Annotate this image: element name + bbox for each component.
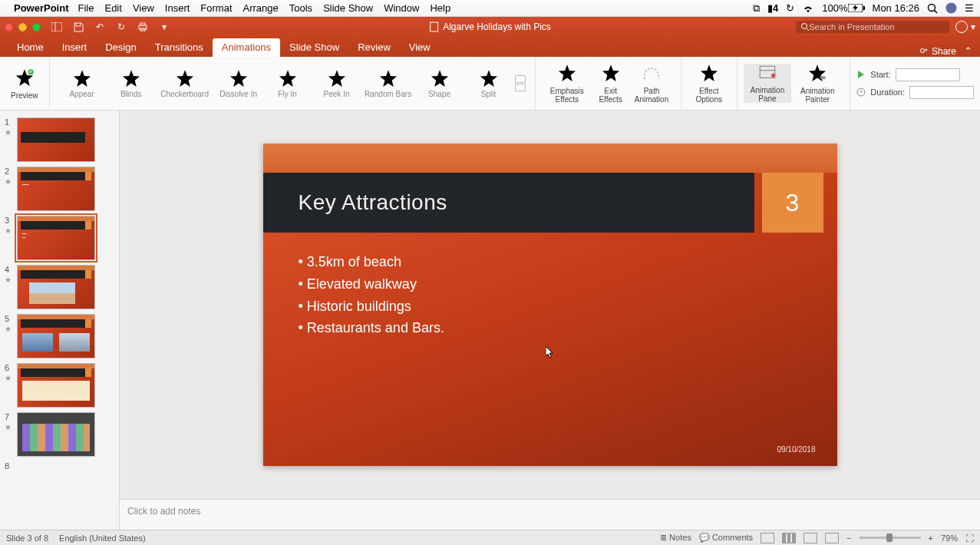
wifi-icon[interactable] — [802, 4, 814, 13]
clock[interactable]: Mon 16:26 — [873, 2, 919, 14]
collapse-ribbon-icon[interactable]: ⌃ — [964, 45, 972, 57]
emphasis-effects-button[interactable]: Emphasis Effects — [542, 63, 592, 104]
zoom-slider[interactable] — [860, 537, 921, 539]
slide-thumbnail-4[interactable] — [17, 265, 95, 309]
normal-view-button[interactable] — [761, 533, 774, 543]
path-animation-button[interactable]: Path Animation — [629, 63, 675, 104]
duration-spinner[interactable] — [909, 86, 974, 99]
thumb-number: 4 — [5, 265, 14, 274]
menu-arrange[interactable]: Arrange — [243, 2, 279, 14]
start-dropdown[interactable] — [896, 68, 960, 81]
siri-icon[interactable] — [945, 2, 957, 14]
spotlight-icon[interactable] — [927, 3, 938, 14]
sorter-view-button[interactable] — [782, 533, 796, 543]
effect-split[interactable]: Split — [466, 68, 512, 98]
slide-thumbnail-3[interactable]: ▪▪▪▪▪▪▪ — [17, 216, 95, 260]
slide-content-placeholder[interactable]: 3.5km of beach Elevated walkway Historic… — [299, 251, 444, 339]
effect-shape[interactable]: Shape — [417, 68, 463, 98]
notification-center-icon[interactable]: ☰ — [965, 2, 974, 14]
effect-random-bars[interactable]: Random Bars — [363, 68, 414, 98]
feedback-icon[interactable] — [955, 21, 968, 33]
thumb-number: 7 — [5, 412, 14, 421]
print-button[interactable] — [136, 20, 150, 34]
feedback-dropdown-icon[interactable]: ▾ — [971, 21, 975, 32]
menu-edit[interactable]: Edit — [104, 2, 121, 14]
search-in-presentation[interactable] — [796, 21, 949, 33]
menu-tools[interactable]: Tools — [289, 2, 312, 14]
thumb-number: 5 — [5, 314, 14, 323]
search-input[interactable] — [809, 22, 945, 31]
svg-rect-5 — [51, 22, 62, 31]
menu-insert[interactable]: Insert — [165, 2, 190, 14]
effect-appear[interactable]: Appear — [59, 68, 105, 98]
slide-thumbnail-panel[interactable]: 1★ 2★▪▪▪▪▪▪ 3★▪▪▪▪▪▪▪ 4★ 5★ 6★ 7★ 8 — [0, 111, 120, 530]
slideshow-view-button[interactable] — [825, 533, 839, 543]
slide-thumbnail-6[interactable] — [17, 363, 95, 408]
qat-customize-icon[interactable]: ▾ — [157, 20, 171, 34]
tab-view[interactable]: View — [400, 38, 440, 57]
zoom-level[interactable]: 79% — [941, 533, 958, 543]
fit-to-window-button[interactable]: ⛶ — [965, 533, 974, 543]
effect-peek-in[interactable]: Peek In — [314, 68, 360, 98]
zoom-out-button[interactable]: − — [846, 533, 851, 543]
slide-thumbnail-7[interactable] — [17, 412, 95, 457]
effect-options-button[interactable]: Effect Options — [688, 63, 731, 104]
effect-dissolve-in[interactable]: Dissolve In — [216, 68, 262, 98]
exit-effects-button[interactable]: Exit Effects — [592, 63, 629, 104]
save-button[interactable] — [71, 20, 85, 34]
menu-file[interactable]: File — [78, 2, 94, 14]
slide-thumbnail-2[interactable]: ▪▪▪▪▪▪ — [17, 167, 95, 211]
tab-insert[interactable]: Insert — [53, 38, 97, 57]
app-menu[interactable]: PowerPoint — [14, 2, 69, 14]
entrance-effects-gallery[interactable]: Appear Blinds Checkerboard Dissolve In F… — [56, 68, 529, 98]
timemachine-icon[interactable]: ↻ — [786, 2, 794, 14]
adobe-icon[interactable]: ▮4 — [767, 2, 778, 14]
menu-format[interactable]: Format — [200, 2, 232, 14]
animation-painter-button[interactable]: Animation Painter — [791, 63, 843, 104]
menu-slideshow[interactable]: Slide Show — [323, 2, 373, 14]
effect-checkerboard[interactable]: Checkerboard — [157, 68, 213, 98]
play-icon — [856, 70, 866, 79]
comments-toggle[interactable]: 💬 Comments — [699, 533, 753, 543]
maximize-window-button[interactable] — [32, 23, 41, 31]
battery-status[interactable]: 100% — [822, 2, 864, 14]
undo-button[interactable]: ↶ — [93, 20, 107, 34]
effect-fly-in[interactable]: Fly In — [265, 68, 311, 98]
svg-point-13 — [920, 49, 924, 53]
preview-button[interactable]: Preview — [6, 68, 43, 100]
gallery-more-button[interactable] — [515, 75, 526, 91]
zoom-in-button[interactable]: + — [929, 533, 933, 543]
tab-transitions[interactable]: Transitions — [146, 38, 213, 57]
tab-animations[interactable]: Animations — [213, 38, 280, 57]
tab-slideshow[interactable]: Slide Show — [280, 38, 348, 57]
menu-help[interactable]: Help — [430, 2, 450, 14]
menu-view[interactable]: View — [133, 2, 154, 14]
tab-review[interactable]: Review — [348, 38, 400, 57]
screencast-icon[interactable]: ⧉ — [753, 2, 760, 15]
tab-home[interactable]: Home — [8, 38, 53, 57]
macos-menubar: PowerPoint File Edit View Insert Format … — [0, 0, 980, 17]
minimize-window-button[interactable] — [18, 23, 27, 31]
close-window-button[interactable] — [5, 23, 13, 31]
notes-toggle[interactable]: ≣ Notes — [660, 533, 691, 543]
language-status[interactable]: English (United States) — [59, 533, 146, 543]
slide-top-band — [263, 144, 837, 173]
qat-views-icon[interactable] — [50, 20, 64, 34]
svg-point-11 — [802, 24, 807, 29]
repeat-button[interactable]: ↻ — [114, 20, 128, 34]
slide-canvas[interactable]: Key Attractions 3 3.5km of beach Elevate… — [263, 144, 837, 466]
ribbon-animations: Preview Appear Blinds Checkerboard Disso… — [0, 57, 980, 111]
menu-window[interactable]: Window — [384, 2, 419, 14]
share-button[interactable]: Share — [919, 46, 956, 57]
search-icon — [800, 22, 809, 31]
status-bar: Slide 3 of 8 English (United States) ≣ N… — [0, 530, 980, 545]
animation-pane-button[interactable]: Animation Pane — [744, 64, 791, 103]
slide-thumbnail-5[interactable] — [17, 314, 95, 358]
notes-pane[interactable]: Click to add notes — [120, 499, 980, 530]
reading-view-button[interactable] — [803, 533, 817, 543]
effect-blinds[interactable]: Blinds — [108, 68, 154, 98]
slide-position[interactable]: Slide 3 of 8 — [6, 533, 48, 543]
slide-thumbnail-1[interactable] — [17, 117, 95, 162]
tab-design[interactable]: Design — [96, 38, 145, 57]
slide-title-placeholder[interactable]: Key Attractions — [263, 173, 754, 233]
